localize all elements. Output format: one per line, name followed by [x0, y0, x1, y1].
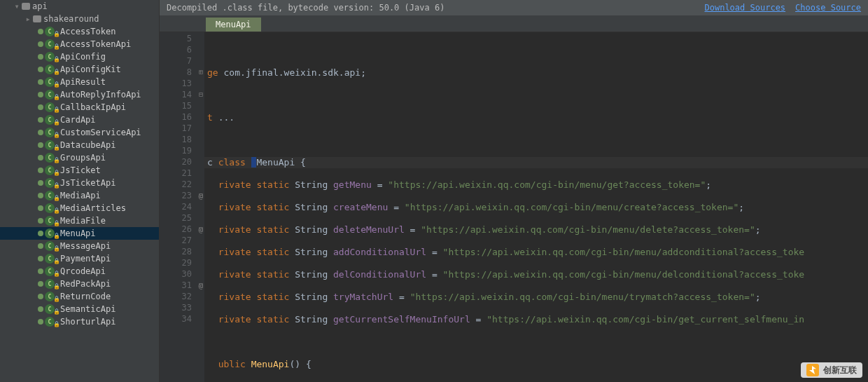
- tree-item-mediaapi[interactable]: C🔒MediaApi: [0, 189, 159, 202]
- tree-item-label: CardApi: [60, 115, 96, 125]
- code-text: c: [207, 157, 218, 168]
- tree-item-shorturlapi[interactable]: C🔒ShorturlApi: [0, 315, 159, 328]
- choose-sources-link[interactable]: Choose Source: [795, 3, 861, 13]
- tree-item-datacubeapi[interactable]: C🔒DatacubeApi: [0, 139, 159, 151]
- tree-item-apiresult[interactable]: C🔒ApiResult: [0, 76, 159, 88]
- tree-item-returncode[interactable]: C🔒ReturnCode: [0, 290, 159, 303]
- tree-label: shakearound: [43, 14, 99, 24]
- tree-item-apiconfig[interactable]: C🔒ApiConfig: [0, 50, 159, 63]
- fold-collapse-icon[interactable]: ⊟: [199, 90, 203, 98]
- tree-item-cardapi[interactable]: C🔒CardApi: [0, 114, 159, 126]
- tree-item-mediafile[interactable]: C🔒MediaFile: [0, 214, 159, 227]
- field: addConditionalUrl: [333, 247, 426, 257]
- fold-collapse-icon[interactable]: ⊟: [199, 191, 203, 199]
- line-number[interactable]: 7: [160, 56, 204, 67]
- tree-item-accesstokenapi[interactable]: C🔒AccessTokenApi: [0, 38, 159, 50]
- tree-item-messageapi[interactable]: C🔒MessageApi: [0, 240, 159, 252]
- line-number[interactable]: 8⊞: [160, 67, 204, 79]
- line-number[interactable]: 29: [160, 258, 204, 269]
- line-number[interactable]: 15: [160, 101, 204, 112]
- keyword: rivate: [218, 224, 251, 235]
- code-editor[interactable]: ge com.jfinal.weixin.sdk.api; t ... c cl…: [204, 32, 868, 382]
- line-number[interactable]: 32: [160, 292, 204, 303]
- project-tree[interactable]: ▾ api ▸ shakearound C🔒AccessTokenC🔒Acces…: [0, 0, 160, 382]
- tree-item-paymentapi[interactable]: C🔒PaymentApi: [0, 252, 159, 265]
- lock-icon: 🔒: [53, 207, 60, 214]
- line-number[interactable]: 20: [160, 157, 204, 168]
- vcs-dot-icon: [38, 294, 43, 299]
- watermark-text: 创新互联: [823, 364, 857, 376]
- type: String: [295, 179, 328, 190]
- tree-item-apiconfigkit[interactable]: C🔒ApiConfigKit: [0, 63, 159, 76]
- line-number[interactable]: 26@⊟: [160, 224, 204, 236]
- fold-collapse-icon[interactable]: ⊟: [199, 225, 203, 233]
- expand-arrow-icon[interactable]: ▸: [24, 14, 32, 24]
- tree-root-api[interactable]: ▾ api: [0, 0, 159, 13]
- line-number[interactable]: 25: [160, 213, 204, 224]
- tree-item-label: MenuApi: [60, 228, 96, 238]
- line-number[interactable]: 33: [160, 303, 204, 314]
- tree-item-redpackapi[interactable]: C🔒RedPackApi: [0, 278, 159, 290]
- line-number[interactable]: 16: [160, 112, 204, 123]
- editor-tab-menuapi[interactable]: MenuApi: [206, 18, 261, 32]
- keyword: rivate: [218, 269, 251, 280]
- line-number[interactable]: 21: [160, 168, 204, 179]
- vcs-dot-icon: [38, 92, 43, 97]
- tree-item-mediaarticles[interactable]: C🔒MediaArticles: [0, 202, 159, 214]
- line-number[interactable]: 22: [160, 179, 204, 191]
- tree-item-semanticapi[interactable]: C🔒SemanticApi: [0, 303, 159, 315]
- lock-icon: 🔒: [53, 94, 60, 100]
- vcs-dot-icon: [38, 79, 43, 85]
- line-number[interactable]: 18: [160, 135, 204, 146]
- line-number[interactable]: 5: [160, 34, 204, 45]
- line-number[interactable]: 14⊟: [160, 90, 204, 101]
- line-number[interactable]: 17: [160, 123, 204, 135]
- type: String: [295, 292, 328, 302]
- import-fold[interactable]: ...: [213, 112, 234, 123]
- keyword: ge: [207, 67, 218, 78]
- line-number[interactable]: 19: [160, 146, 204, 157]
- vcs-dot-icon: [38, 54, 43, 60]
- tree-item-jsticketapi[interactable]: C🔒JsTicketApi: [0, 177, 159, 189]
- tree-item-label: PaymentApi: [60, 254, 111, 264]
- line-number[interactable]: 34: [160, 314, 204, 325]
- lock-icon: 🔒: [53, 170, 60, 176]
- tree-item-groupsapi[interactable]: C🔒GroupsApi: [0, 151, 159, 164]
- field: createMenu: [333, 202, 388, 212]
- keyword: rivate: [218, 179, 251, 190]
- fold-expand-icon[interactable]: ⊞: [199, 68, 203, 76]
- line-number[interactable]: 27: [160, 236, 204, 247]
- tree-folder-shakearound[interactable]: ▸ shakearound: [0, 13, 159, 25]
- line-number[interactable]: 28: [160, 247, 204, 258]
- line-number[interactable]: 23@⊟: [160, 191, 204, 202]
- line-number[interactable]: 6: [160, 45, 204, 56]
- tree-item-jsticket[interactable]: C🔒JsTicket: [0, 164, 159, 177]
- tree-item-autoreplyinfoapi[interactable]: C🔒AutoReplyInfoApi: [0, 88, 159, 101]
- type: String: [295, 314, 328, 325]
- line-number[interactable]: 30: [160, 269, 204, 280]
- tree-item-qrcodeapi[interactable]: C🔒QrcodeApi: [0, 265, 159, 278]
- lock-icon: 🔒: [53, 245, 60, 252]
- line-gutter[interactable]: 5678⊞1314⊟151617181920212223@⊟242526@⊟27…: [160, 32, 204, 382]
- tree-item-callbackipapi[interactable]: C🔒CallbackIpApi: [0, 101, 159, 114]
- tree-item-label: AccessTokenApi: [60, 39, 131, 49]
- string: "https://api.weixin.qq.com/cgi-bin/menu/…: [388, 179, 706, 190]
- field: getMenu: [333, 179, 372, 190]
- tree-item-customserviceapi[interactable]: C🔒CustomServiceApi: [0, 126, 159, 139]
- expand-arrow-icon[interactable]: ▾: [13, 1, 21, 11]
- vcs-dot-icon: [38, 256, 43, 261]
- tree-item-label: CallbackIpApi: [60, 102, 126, 112]
- keyword: static: [256, 269, 289, 280]
- line-number[interactable]: 24: [160, 202, 204, 213]
- line-number[interactable]: 31@⊟: [160, 280, 204, 292]
- tree-item-accesstoken[interactable]: C🔒AccessToken: [0, 25, 159, 38]
- lock-icon: 🔒: [53, 144, 60, 151]
- class-name: MenuApi: [256, 157, 295, 168]
- lock-icon: 🔒: [53, 182, 60, 189]
- vcs-dot-icon: [38, 180, 43, 186]
- line-number[interactable]: 13: [160, 79, 204, 90]
- download-sources-link[interactable]: Download Sources: [704, 3, 785, 13]
- fold-collapse-icon[interactable]: ⊟: [199, 281, 203, 289]
- tree-item-menuapi[interactable]: C🔒MenuApi: [0, 227, 159, 240]
- string: "https://api.weixin.qq.com/cgi-bin/menu/…: [443, 247, 805, 257]
